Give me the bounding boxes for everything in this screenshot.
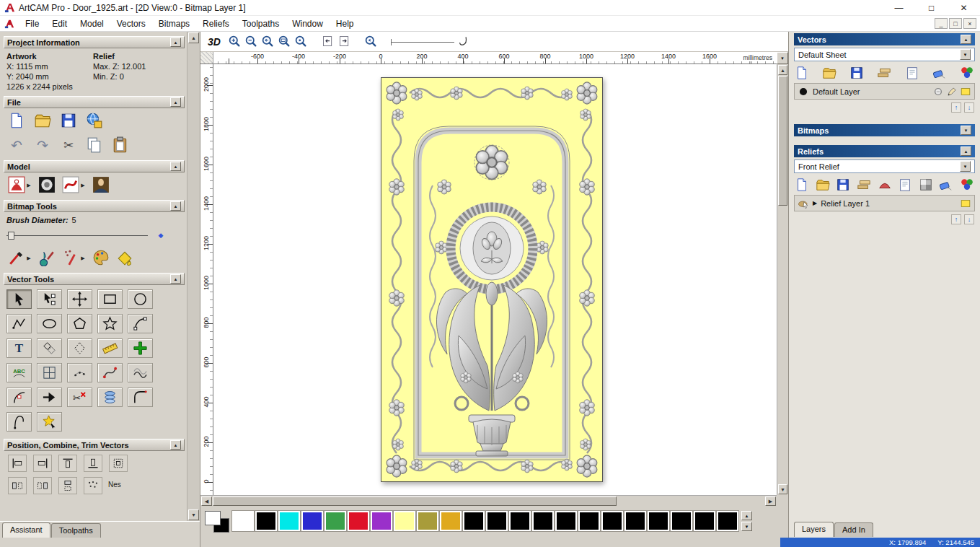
assistant-scrollbar[interactable]: ▲ ▼	[187, 32, 200, 521]
delete-relief-layer-icon[interactable]	[939, 178, 953, 192]
merge-vector-layers-icon[interactable]	[877, 66, 891, 80]
collapse-section-icon[interactable]: ▲	[170, 274, 181, 284]
align-top-icon[interactable]	[58, 455, 77, 472]
zoom-out-icon[interactable]	[244, 34, 259, 49]
collapse-section-icon[interactable]: ▲	[170, 440, 181, 450]
fit-curves-icon[interactable]	[128, 363, 153, 382]
scroll-down-icon[interactable]: ▼	[778, 484, 787, 494]
zoom-box-icon[interactable]	[277, 34, 292, 49]
tab-assistant[interactable]: Assistant	[2, 522, 50, 538]
undo-icon[interactable]: ↶	[8, 136, 25, 154]
sheet-select[interactable]: Default Sheet ▼	[794, 48, 975, 61]
redo-icon[interactable]: ↷	[34, 136, 51, 154]
palette-swatch[interactable]	[555, 511, 577, 531]
select-vectors-icon[interactable]	[6, 289, 32, 309]
align-right-icon[interactable]	[33, 455, 52, 472]
open-vector-layer-icon[interactable]	[822, 66, 836, 80]
layer-colour-tag-icon[interactable]	[960, 198, 971, 209]
relief-select[interactable]: Front Relief ▼	[794, 159, 975, 173]
palette-swatch[interactable]	[348, 511, 369, 531]
new-sheet-icon[interactable]	[905, 66, 919, 80]
primary-secondary-colors[interactable]	[205, 511, 229, 533]
canvas-horizontal-scrollbar[interactable]: ◀ ▶	[200, 495, 777, 507]
page-next-icon[interactable]	[337, 34, 352, 49]
shape-tool-icon[interactable]	[878, 178, 892, 192]
flood-fill-icon[interactable]	[116, 249, 133, 266]
palette-swatch[interactable]	[301, 511, 323, 531]
expander-icon[interactable]: ▶	[813, 200, 817, 206]
paste-along-vector-icon[interactable]	[67, 363, 92, 382]
scroll-left-icon[interactable]: ◀	[201, 496, 212, 506]
zoom-previous-icon[interactable]	[260, 34, 275, 49]
zoom-objects-icon[interactable]	[293, 34, 309, 49]
create-ellipse-icon[interactable]	[37, 314, 62, 333]
scroll-up-icon[interactable]: ▲	[188, 32, 199, 43]
palette-swatch[interactable]	[601, 511, 623, 531]
page-prev-icon[interactable]	[320, 34, 335, 49]
palette-swatch[interactable]	[232, 511, 254, 531]
new-model-icon[interactable]	[8, 112, 25, 129]
brush-diameter-slider[interactable]	[6, 231, 148, 240]
palette-swatch[interactable]	[648, 511, 669, 531]
palette-up-icon[interactable]: ▲	[741, 511, 752, 520]
marker-diamond-icon[interactable]: ◆	[152, 227, 169, 244]
palette-swatch[interactable]	[440, 511, 462, 531]
close-icon[interactable]: ✕	[948, 0, 980, 15]
toolbar-slider[interactable]	[391, 37, 454, 47]
measure-tool-icon[interactable]	[97, 338, 123, 358]
move-layer-down-icon[interactable]: ↓	[964, 214, 974, 224]
save-vector-layer-icon[interactable]	[849, 66, 864, 80]
snap-toggle-icon[interactable]	[932, 86, 944, 97]
layer-colour-tag-icon[interactable]	[960, 86, 971, 97]
section-profile-icon[interactable]	[6, 412, 32, 432]
dropdown-caret-icon[interactable]: ▶	[26, 249, 32, 266]
menu-toolpaths[interactable]: Toolpaths	[236, 17, 286, 31]
open-relief-layer-icon[interactable]	[816, 178, 830, 192]
menu-model[interactable]: Model	[74, 17, 110, 31]
create-star-icon[interactable]	[97, 314, 123, 333]
maximize-icon[interactable]: □	[915, 0, 948, 15]
palette-swatch[interactable]	[486, 511, 508, 531]
direction-arrow-icon[interactable]	[37, 388, 62, 407]
units-dropdown-icon[interactable]: ▼	[777, 52, 788, 64]
relief-wizard-icon[interactable]	[8, 176, 25, 193]
align-left-icon[interactable]	[8, 455, 27, 472]
save-relief-layer-icon[interactable]	[836, 178, 850, 192]
palette-swatch[interactable]	[325, 511, 346, 531]
menu-edit[interactable]: Edit	[45, 17, 74, 31]
palette-swatch[interactable]	[371, 511, 392, 531]
collapse-section-icon[interactable]: ▲	[961, 35, 971, 44]
free-polyline-icon[interactable]	[6, 314, 32, 333]
collapse-section-icon[interactable]: ▲	[170, 38, 181, 47]
new-vector-layer-icon[interactable]	[795, 66, 809, 80]
fillet-tool-icon[interactable]	[128, 388, 153, 407]
cut-icon[interactable]: ✂	[60, 136, 77, 154]
palette-swatch[interactable]	[394, 511, 415, 531]
paste-icon[interactable]	[112, 136, 129, 154]
palette-swatch[interactable]	[671, 511, 692, 531]
mdi-restore-icon[interactable]: □	[949, 18, 962, 29]
offset-vectors-icon[interactable]	[37, 338, 62, 358]
mdi-minimize-icon[interactable]: _	[935, 18, 948, 29]
relief-layer-row[interactable]: ▶ Relief Layer 1	[794, 195, 975, 211]
lighting-icon[interactable]	[92, 176, 110, 193]
tab-add-in[interactable]: Add In	[834, 522, 873, 537]
text-on-curve-icon[interactable]: ABC	[6, 363, 32, 382]
open-model-icon[interactable]	[34, 112, 51, 129]
palette-swatch[interactable]	[717, 511, 738, 531]
minimize-icon[interactable]: —	[883, 0, 915, 15]
move-layer-up-icon[interactable]: ↑	[951, 214, 961, 224]
palette-swatch[interactable]	[509, 511, 531, 531]
palette-swatch[interactable]	[463, 511, 485, 531]
drawing-canvas[interactable]	[213, 64, 777, 495]
paint-brush-icon[interactable]	[8, 249, 25, 266]
palette-swatch[interactable]	[578, 511, 600, 531]
vector-doctor-icon[interactable]	[37, 412, 62, 432]
palette-swatch[interactable]	[255, 511, 277, 531]
palette-swatch[interactable]	[532, 511, 554, 531]
scroll-thumb[interactable]	[213, 496, 617, 506]
collapse-section-icon[interactable]: ▲	[170, 201, 181, 211]
create-circle-icon[interactable]	[128, 289, 153, 309]
visibility-dot-icon[interactable]	[798, 86, 809, 97]
chevron-down-icon[interactable]: ▼	[960, 49, 971, 60]
